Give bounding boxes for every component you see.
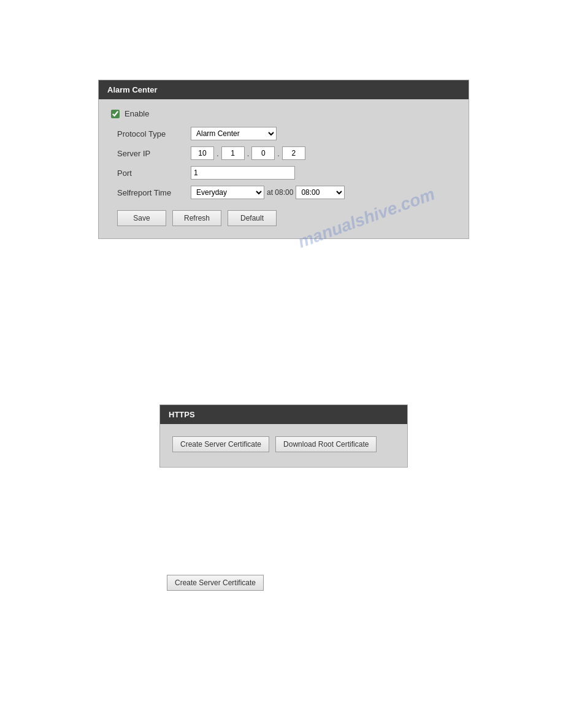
enable-label: Enable <box>124 109 149 118</box>
ip-input-group: . . . <box>191 146 305 160</box>
enable-checkbox[interactable] <box>111 110 120 118</box>
protocol-type-label: Protocol Type <box>117 129 191 138</box>
alarm-center-panel: Alarm Center Enable Protocol Type Alarm … <box>98 80 469 239</box>
https-title: HTTPS <box>169 410 195 419</box>
standalone-create-cert-row: Create Server Certificate <box>167 575 264 591</box>
selfreport-row: Selfreport Time Everyday at 08:00 08:00 <box>111 186 456 199</box>
at-label: at 08:00 <box>267 188 293 197</box>
ip-segment-1[interactable] <box>191 146 214 160</box>
selfreport-label: Selfreport Time <box>117 188 191 197</box>
ip-segment-3[interactable] <box>251 146 275 160</box>
ip-segment-2[interactable] <box>221 146 245 160</box>
page-wrapper: Alarm Center Enable Protocol Type Alarm … <box>0 0 563 728</box>
selfreport-time-select[interactable]: 08:00 <box>296 186 345 199</box>
ip-dot-3: . <box>275 149 282 158</box>
https-panel-body: Create Server Certificate Download Root … <box>160 424 407 467</box>
port-input[interactable] <box>191 166 295 180</box>
save-button[interactable]: Save <box>117 210 166 226</box>
alarm-center-header: Alarm Center <box>99 80 469 99</box>
server-ip-row: Server IP . . . <box>111 146 456 160</box>
ip-segment-4[interactable] <box>282 146 305 160</box>
ip-dot-1: . <box>214 149 221 158</box>
download-root-cert-button[interactable]: Download Root Certificate <box>275 436 377 452</box>
port-row: Port <box>111 166 456 180</box>
port-label: Port <box>117 169 191 178</box>
refresh-button[interactable]: Refresh <box>172 210 221 226</box>
alarm-center-title: Alarm Center <box>107 85 158 94</box>
protocol-type-row: Protocol Type Alarm Center <box>111 127 456 140</box>
button-row: Save Refresh Default <box>111 210 456 226</box>
ip-dot-2: . <box>245 149 252 158</box>
https-header: HTTPS <box>160 405 407 424</box>
standalone-create-server-cert-button[interactable]: Create Server Certificate <box>167 575 264 591</box>
protocol-type-select[interactable]: Alarm Center <box>191 127 277 140</box>
create-server-cert-button[interactable]: Create Server Certificate <box>172 436 269 452</box>
https-panel: HTTPS Create Server Certificate Download… <box>159 404 408 468</box>
selfreport-frequency-select[interactable]: Everyday <box>191 186 264 199</box>
enable-row: Enable <box>111 109 456 118</box>
alarm-center-body: Enable Protocol Type Alarm Center Server… <box>99 99 469 238</box>
server-ip-label: Server IP <box>117 149 191 158</box>
default-button[interactable]: Default <box>228 210 277 226</box>
